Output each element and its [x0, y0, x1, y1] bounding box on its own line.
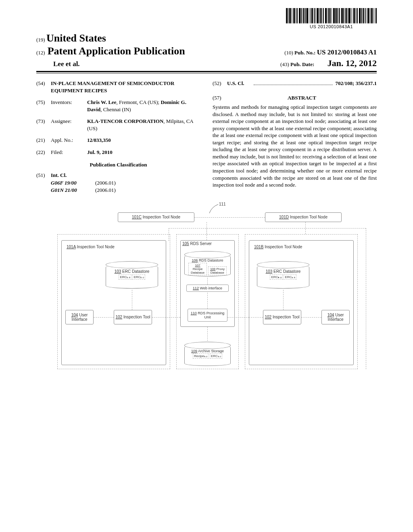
node-101c-ref: 101C — [132, 215, 142, 219]
archive-storage: 109 Archive Storage Recipe₁.₀ ERC₁.₀ — [184, 345, 231, 366]
assignee-label: Assignee: — [51, 118, 87, 132]
doc-code: (12) — [36, 50, 45, 56]
title-code: (54) — [36, 80, 51, 94]
pub-title: Patent Application Publication — [48, 45, 185, 57]
inventors-label: Inventors: — [51, 99, 87, 113]
tool102-label-right: Inspection Tool — [271, 315, 299, 319]
erc20: ERC₂.₀ — [132, 274, 145, 280]
intcl-code: (51) — [36, 172, 51, 179]
connector — [249, 317, 263, 318]
pubno-block: (10) Pub. No.: US 2012/0010843 A1 — [284, 48, 377, 56]
node-101d: 101D Inspection Tool Node — [265, 212, 342, 222]
pubdate-block: (43) Pub. Date: Jan. 12, 2012 — [280, 58, 377, 69]
node-101c-label: Inspection Tool Node — [142, 215, 180, 219]
connector — [207, 278, 208, 285]
intcl-label: Int. Cl. — [51, 172, 67, 178]
pubno-label: Pub. No.: — [294, 50, 315, 56]
intcl-2-symbol: G01N 21/00 — [51, 187, 95, 194]
erc10: ERC₁.₀ — [210, 353, 222, 359]
rds-server-ref: 105 — [182, 241, 189, 246]
ds106-label: RDS Datastore — [198, 258, 223, 262]
connector — [207, 293, 208, 309]
web-interface: 112 Web interface — [186, 285, 229, 292]
datastore-103-left: 103 ERC Datastore ERC₁.₂ ERC₂.₀ — [106, 264, 158, 289]
arch109-ref: 109 — [191, 349, 197, 353]
node-101a: 101A Inspection Tool Node — [61, 240, 166, 365]
filed-label: Filed: — [51, 149, 87, 156]
erc38: ERC₃.₈ — [270, 274, 282, 280]
erc41: ERC₄.₁ — [284, 274, 296, 280]
node-101a-ref: 101A — [67, 245, 76, 249]
assignee-value: KLA-TENCOR CORPORATION, Milpitas, CA (US… — [87, 118, 200, 132]
connector — [152, 317, 180, 318]
connector — [283, 290, 284, 310]
country-line: (19) United States — [36, 32, 377, 44]
uscl-code: (52) — [213, 80, 227, 87]
divider-thick — [36, 71, 377, 72]
db108-ref: 108 — [210, 267, 215, 271]
barcode-graphic — [286, 8, 377, 23]
recipe10: Recipe₁.₀ — [193, 353, 209, 359]
inventors-value: Chris W. Lee, Fremont, CA (US); Dominic … — [87, 99, 200, 113]
node-101b-ref: 101B — [254, 245, 263, 249]
right-column: (52) U.S. Cl. 702/108; 356/237.1 (57) AB… — [213, 80, 377, 194]
author-line: Lee et al. — [36, 60, 80, 68]
invention-title: IN-PLACE MANAGEMENT OF SEMICONDUCTOR EQU… — [51, 80, 200, 94]
filed-value: Jul. 9, 2010 — [87, 149, 113, 155]
ds103-label-left: ERC Datastore — [121, 269, 149, 274]
db107-ref: 107 — [195, 264, 200, 267]
pu110-label: RDS Processing Unit — [197, 311, 225, 319]
pubdate-code: (43) — [280, 61, 289, 67]
intcl-1-version: (2006.01) — [95, 179, 116, 187]
connector — [207, 327, 208, 343]
web112-ref: 112 — [193, 286, 199, 290]
ds106-ref: 106 — [192, 258, 198, 262]
inventor-1-name: Chris W. Lee — [87, 99, 117, 105]
uscl-label: U.S. Cl. — [227, 80, 251, 87]
pubno-code: (10) — [284, 50, 293, 56]
intcl-1-symbol: G06F 19/00 — [51, 179, 95, 187]
pubdate-value: Jan. 12, 2012 — [327, 58, 377, 68]
connector — [94, 317, 114, 318]
pub-classification-heading: Publication Classification — [36, 161, 200, 168]
assignee-code: (73) — [36, 118, 51, 132]
ui-104-left: 104 User Interface — [65, 310, 94, 324]
assignee-name: KLA-TENCOR CORPORATION — [87, 118, 163, 124]
barcode-label: US 20120010843A1 — [286, 24, 377, 29]
country-name: United States — [46, 32, 106, 44]
tool-102-right: 102 Inspection Tool — [263, 310, 301, 324]
ds103-label-right: ERC Datastore — [272, 269, 300, 274]
rds-server-label: RDS Server — [189, 241, 212, 246]
node-101b-label: Inspection Tool Node — [263, 245, 302, 249]
connector — [132, 290, 132, 310]
connector — [194, 217, 265, 218]
ui104-ref-right: 104 — [327, 313, 334, 317]
datastore-103-right: 103 ERC Datastore ERC₃.₈ ERC₄.₁ — [257, 264, 309, 289]
node-101d-label: Inspection Tool Node — [289, 215, 327, 219]
pubno-value: US 2012/0010843 A1 — [317, 48, 377, 56]
ui-104-right: 104 User Interface — [321, 310, 350, 324]
pubdate-label: Pub. Date: — [290, 61, 314, 67]
inventor-2-loc: , Chennai (IN) — [100, 106, 131, 112]
connector — [366, 228, 366, 369]
erc12: ERC₁.₂ — [119, 274, 131, 280]
rds-datastore: 106 RDS Datastore 107 Recipe Database 10… — [184, 254, 231, 276]
db107-label: Recipe Database — [191, 267, 204, 274]
country-code: (19) — [36, 37, 45, 43]
appl-value: 12/833,350 — [87, 137, 111, 143]
ds103-ref-left: 103 — [115, 269, 121, 274]
figure-diagram: 111 101C Inspection Tool Node 101D Inspe… — [47, 206, 366, 379]
ds103-ref-right: 103 — [266, 269, 273, 274]
tool102-ref-right: 102 — [265, 315, 272, 319]
abstract-code: (57) — [213, 94, 227, 102]
node-101c: 101C Inspection Tool Node — [118, 212, 194, 222]
barcode-block: US 20120010843A1 — [286, 8, 377, 29]
ref-111-label: 111 — [219, 202, 226, 206]
inventor-1-loc: , Fremont, CA (US); — [117, 99, 160, 105]
tool-102-left: 102 Inspection Tool — [114, 310, 152, 324]
inventors-code: (75) — [36, 99, 51, 113]
appl-label: Appl. No.: — [51, 137, 87, 144]
dotted-leader — [254, 80, 333, 85]
pu110-ref: 110 — [191, 311, 197, 315]
abstract-heading: ABSTRACT — [227, 94, 377, 102]
